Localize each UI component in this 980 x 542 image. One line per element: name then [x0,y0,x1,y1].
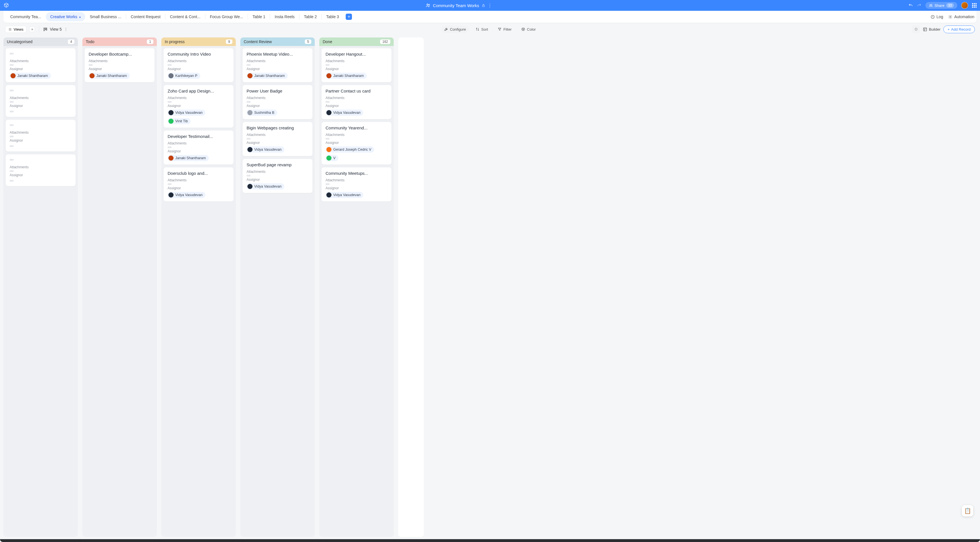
assignee-chip[interactable]: Vidya Vasudevan [247,146,284,153]
column-done: Done162Developer Hangout...AttachmentsAs… [319,38,394,537]
color-label: Color [527,27,536,32]
svg-rect-7 [44,28,45,31]
add-view-button[interactable]: + [29,26,35,32]
add-record-button[interactable]: + Add Record [943,25,975,33]
column-todo: Todo1Developer Bootcamp...AttachmentsAss… [83,38,157,537]
card[interactable]: AttachmentsAssignor [6,154,76,186]
app-logo-icon[interactable] [3,3,9,8]
assignee-chip[interactable]: Vidya Vasudevan [168,192,205,198]
assignee-chip[interactable]: Vidya Vasudevan [326,109,363,116]
column-header[interactable]: Done162 [319,38,394,46]
redo-icon[interactable] [917,3,921,8]
empty-column[interactable] [398,38,424,537]
assignee-chip[interactable]: Sushmitha B [247,109,277,116]
automation-button[interactable]: Automation [948,14,974,19]
tab-2[interactable]: Small Business ... [85,12,126,21]
assignees: Karthikeyan P [168,73,229,79]
plus-icon: + [948,27,950,32]
views-label: Views [14,27,23,32]
card[interactable]: Doersclub logo and...AttachmentsAssignor… [164,167,234,201]
attachments-label: Attachments [10,130,72,135]
views-button[interactable]: Views [5,26,26,33]
assignee-chip[interactable]: Janaki Shantharam [10,73,51,79]
card[interactable]: Community Yearend...AttachmentsAssignorG… [321,122,391,165]
assignee-chip[interactable]: Vinit Tib [168,118,191,124]
assignees: Vidya VasudevanVinit Tib [168,109,229,124]
clock-icon [931,15,935,19]
more-icon[interactable]: ⋮ [64,27,68,32]
more-icon[interactable]: ⋮ [488,3,492,8]
card-title: Community Intro Video [168,52,229,57]
sort-button[interactable]: Sort [473,26,491,33]
assignee-chip[interactable]: Vidya Vasudevan [168,109,205,116]
builder-button[interactable]: Builder [923,27,940,32]
assignor-label: Assignor [247,141,309,145]
avatar-icon [326,110,331,115]
attachments-label: Attachments [247,133,309,137]
collapse-icon[interactable] [912,25,920,33]
log-button[interactable]: Log [931,14,943,19]
assignor-label: Assignor [247,104,309,108]
assignee-chip[interactable]: Gerard Joseph Cedric V [326,146,374,153]
share-button[interactable]: Share 33 [926,2,957,9]
tab-7[interactable]: Insta Reels [270,12,299,21]
tab-9[interactable]: Table 3 [321,12,344,21]
card[interactable]: SuperBud page revampAttachmentsAssignorV… [243,159,312,193]
card[interactable]: Partner Contact us cardAttachmentsAssign… [321,85,391,119]
filter-button[interactable]: Filter [495,26,514,33]
share-count: 33 [946,3,954,8]
assignor-label: Assignor [10,173,72,177]
card[interactable]: Phoenix Meetup Video...AttachmentsAssign… [243,48,312,82]
tab-0[interactable]: Community Tea... [6,12,46,21]
assignee-chip[interactable]: Vidya Vasudevan [326,192,363,198]
column-name: Uncategorised [7,40,32,44]
card[interactable]: Developer Bootcamp...AttachmentsAssignor… [85,48,154,82]
tab-1[interactable]: Creative Works ▾ [46,12,85,21]
notes-float-button[interactable]: 📋 [962,505,973,517]
assignee-chip[interactable]: Janaki Shantharam [326,73,367,79]
assignee-chip[interactable]: Karthikeyan P [168,73,200,79]
card[interactable]: Power User BadgeAttachmentsAssignorSushm… [243,85,312,119]
configure-button[interactable]: Configure [441,26,469,33]
assignee-chip[interactable]: Janaki Shantharam [247,73,288,79]
card-title: Community Meetups... [326,171,387,176]
undo-icon[interactable] [908,3,913,8]
user-avatar[interactable] [961,2,968,9]
workspace-title[interactable]: Community Team Works [433,3,479,8]
builder-label: Builder [929,27,940,32]
avatar-icon [326,155,331,161]
assignee-chip[interactable]: Janaki Shantharam [89,73,130,79]
apps-grid-icon[interactable] [972,3,977,8]
assignor-label: Assignor [168,186,229,190]
card-title [10,89,72,94]
card[interactable]: Zoho Card app Design...AttachmentsAssign… [164,85,234,128]
tab-5[interactable]: Focus Group We... [205,12,248,21]
attachment-placeholder [10,101,14,103]
card[interactable]: Community Meetups...AttachmentsAssignorV… [321,167,391,201]
tab-3[interactable]: Content Request [126,12,165,21]
column-header[interactable]: Todo1 [83,38,157,46]
current-view[interactable]: View 5 ⋮ [43,27,68,32]
assignee-chip[interactable]: Vidya Vasudevan [247,183,284,190]
card[interactable]: AttachmentsAssignor [6,120,76,152]
people-icon [426,3,431,8]
attachments-label: Attachments [326,178,387,182]
column-header[interactable]: Uncategorised4 [3,38,78,46]
card[interactable]: Bigin Webpages creatingAttachmentsAssign… [243,122,312,156]
tab-8[interactable]: Table 2 [299,12,321,21]
add-tab-button[interactable]: + [346,14,352,20]
column-header[interactable]: In progress9 [161,38,236,46]
assignee-chip[interactable]: V [326,155,338,161]
tab-6[interactable]: Table 1 [248,12,270,21]
color-button[interactable]: Color [519,26,539,33]
card[interactable]: AttachmentsAssignorJanaki Shantharam [6,48,76,82]
card[interactable]: Community Intro VideoAttachmentsAssignor… [164,48,234,82]
column-header[interactable]: Content Review5 [240,38,315,46]
avatar-icon [326,192,331,198]
card[interactable]: Developer Hangout...AttachmentsAssignorJ… [321,48,391,82]
assignee-chip[interactable]: Janaki Shantharam [168,155,209,161]
gear-icon [948,15,953,19]
card[interactable]: AttachmentsAssignor [6,85,76,117]
card[interactable]: Developer Testimonail...AttachmentsAssig… [164,130,234,165]
tab-4[interactable]: Content & Cont... [165,12,205,21]
